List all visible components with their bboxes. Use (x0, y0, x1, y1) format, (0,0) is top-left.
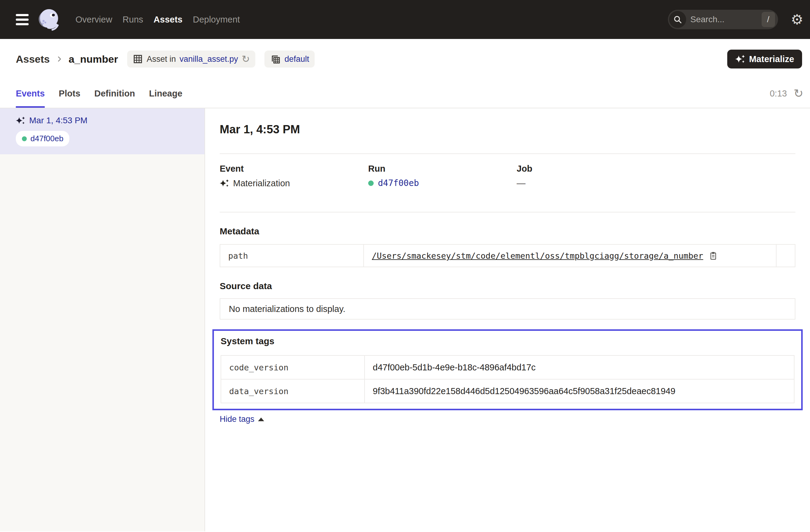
divider (220, 154, 795, 154)
tag-value: d47f00eb-5d1b-4e9e-b18c-4896af4bd17c (364, 356, 794, 379)
search-icon (669, 11, 686, 28)
nav-link-runs[interactable]: Runs (123, 0, 143, 39)
tag-key: data_version (221, 380, 364, 403)
refresh-icon[interactable]: ↻ (794, 88, 803, 99)
event-summary: Event Materialization Run d47f00eb (220, 161, 795, 191)
refresh-timer: 0:13 (770, 88, 787, 99)
table-row: code_version d47f00eb-5d1b-4e9e-b18c-489… (221, 356, 794, 379)
materialization-sparkle-icon (16, 116, 25, 125)
code-location-prefix: Asset in (147, 54, 176, 64)
metadata-action-cell (776, 245, 795, 267)
system-tags-heading: System tags (221, 335, 794, 348)
hide-tags-link[interactable]: Hide tags (220, 415, 264, 424)
metadata-heading: Metadata (220, 225, 795, 238)
refresh-controls: 0:13 ↻ (770, 79, 803, 108)
top-nav: Overview Runs Assets Deployment / ⚙ (0, 0, 810, 39)
hamburger-menu-icon[interactable] (16, 14, 29, 25)
repository-badge: default (264, 50, 314, 68)
event-timestamp: Mar 1, 4:53 PM (29, 116, 87, 125)
system-tags-section-highlighted: System tags code_version d47f00eb-5d1b-4… (212, 329, 803, 410)
chevron-right-icon (55, 55, 63, 63)
run-tag[interactable]: d47f00eb (16, 131, 69, 146)
job-value: — (517, 176, 525, 191)
table-row: path /Users/smackesey/stm/code/elementl/… (220, 245, 795, 267)
primary-nav: Overview Runs Assets Deployment (76, 0, 240, 39)
event-list-item[interactable]: Mar 1, 4:53 PM d47f00eb (0, 108, 205, 154)
materialization-sparkle-icon (220, 179, 229, 188)
code-location-badge: Asset in vanilla_asset.py ↻ (127, 50, 255, 68)
tag-key: code_version (221, 356, 364, 379)
event-type-value: Materialization (233, 176, 290, 191)
content-area: Mar 1, 4:53 PM d47f00eb Mar 1, 4:53 PM E… (0, 108, 810, 531)
nav-link-deployment[interactable]: Deployment (193, 0, 240, 39)
nav-link-assets[interactable]: Assets (154, 0, 182, 39)
repository-name-link[interactable]: default (285, 54, 309, 64)
source-data-empty-state: No materializations to display. (220, 298, 795, 320)
event-title: Mar 1, 4:53 PM (220, 122, 795, 136)
tag-value: 9f3b411a390fd22e158d446d5d12504963596aa6… (364, 380, 794, 403)
event-column-label: Event (220, 161, 368, 176)
copy-icon[interactable] (709, 251, 718, 260)
event-detail-panel: Mar 1, 4:53 PM Event Materialization Run (205, 108, 810, 531)
metadata-key: path (220, 245, 363, 267)
run-tag-label: d47f00eb (30, 134, 63, 143)
run-column-label: Run (368, 161, 517, 176)
sparkle-icon (735, 54, 745, 64)
table-icon (133, 54, 143, 64)
search-input[interactable] (686, 15, 762, 25)
materialize-button-label: Materialize (749, 54, 794, 64)
global-search[interactable]: / (668, 10, 778, 29)
nav-link-overview[interactable]: Overview (76, 0, 112, 39)
tab-lineage[interactable]: Lineage (149, 79, 182, 108)
run-status-dot-icon (22, 136, 27, 141)
asset-header: Assets a_number Asset in vanilla_asset.p… (0, 39, 810, 79)
divider (220, 212, 795, 212)
hide-tags-label: Hide tags (220, 415, 254, 424)
event-list-sidebar: Mar 1, 4:53 PM d47f00eb (0, 108, 205, 531)
run-status-dot-icon (368, 180, 374, 186)
dagster-logo-icon[interactable] (38, 7, 62, 31)
tab-events[interactable]: Events (16, 79, 45, 108)
system-tags-table: code_version d47f00eb-5d1b-4e9e-b18c-489… (221, 355, 794, 403)
source-data-heading: Source data (220, 279, 795, 293)
tab-definition[interactable]: Definition (94, 79, 135, 108)
table-row: data_version 9f3b411a390fd22e158d446d5d1… (221, 379, 794, 403)
job-column-label: Job (517, 161, 795, 176)
slash-shortcut-key: / (762, 12, 775, 27)
code-location-file-link[interactable]: vanilla_asset.py (179, 54, 238, 64)
repo-icon (270, 53, 281, 65)
materialize-button[interactable]: Materialize (727, 50, 802, 68)
caret-up-icon (258, 418, 264, 421)
asset-tabs: Events Plots Definition Lineage 0:13 ↻ (0, 79, 810, 108)
tab-plots[interactable]: Plots (59, 79, 80, 108)
metadata-table: path /Users/smackesey/stm/code/elementl/… (220, 244, 795, 267)
gear-icon[interactable]: ⚙ (791, 13, 803, 27)
breadcrumb-assets-link[interactable]: Assets (16, 53, 50, 65)
run-id-link[interactable]: d47f00eb (378, 176, 419, 191)
metadata-path-link[interactable]: /Users/smackesey/stm/code/elementl/oss/t… (372, 251, 703, 260)
reload-code-location-icon[interactable]: ↻ (242, 54, 250, 64)
breadcrumb-asset-name: a_number (69, 53, 118, 65)
